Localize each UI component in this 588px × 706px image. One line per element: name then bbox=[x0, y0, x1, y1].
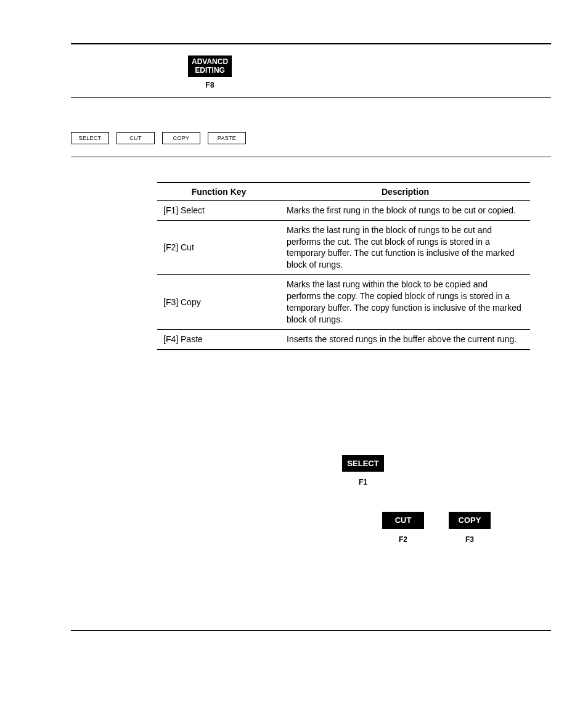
inline-copy-key: COPY F3 bbox=[449, 512, 491, 544]
cell-desc: Inserts the stored rungs in the buffer a… bbox=[280, 329, 530, 349]
advanced-editing-key: ADVANCD EDITING F8 bbox=[188, 55, 232, 89]
table-header-desc: Description bbox=[280, 183, 530, 201]
copy-button[interactable]: COPY bbox=[162, 132, 200, 144]
cell-fk: [F1] Select bbox=[157, 200, 280, 220]
copy-fn: F3 bbox=[449, 535, 491, 544]
inline-select-key: SELECT F1 bbox=[342, 455, 384, 487]
section-rule-1 bbox=[71, 97, 551, 98]
table-row: [F3] Copy Marks the last rung within the… bbox=[157, 275, 530, 330]
cell-desc: Marks the last rung in the block of rung… bbox=[280, 220, 530, 275]
cell-desc: Marks the last rung within the block to … bbox=[280, 275, 530, 330]
table-header-fk: Function Key bbox=[157, 183, 280, 201]
cut-button[interactable]: CUT bbox=[116, 132, 155, 144]
function-key-table: Function Key Description [F1] Select Mar… bbox=[157, 182, 530, 350]
table-row: [F1] Select Marks the first rung in the … bbox=[157, 200, 530, 220]
cell-fk: [F2] Cut bbox=[157, 220, 280, 275]
cell-desc: Marks the first rung in the block of run… bbox=[280, 200, 530, 220]
advanced-editing-fn: F8 bbox=[188, 81, 232, 89]
advanced-editing-badge: ADVANCD EDITING bbox=[188, 55, 232, 77]
select-button[interactable]: SELECT bbox=[71, 132, 109, 144]
table-row: [F2] Cut Marks the last rung in the bloc… bbox=[157, 220, 530, 275]
cut-fn: F2 bbox=[382, 535, 424, 544]
section-rule-2 bbox=[71, 157, 551, 157]
select-badge: SELECT bbox=[342, 455, 384, 472]
top-rule bbox=[71, 43, 551, 44]
cell-fk: [F4] Paste bbox=[157, 329, 280, 349]
badge-line2: EDITING bbox=[195, 66, 225, 75]
cut-badge: CUT bbox=[382, 512, 424, 529]
table-row: [F4] Paste Inserts the stored rungs in t… bbox=[157, 329, 530, 349]
badge-line1: ADVANCD bbox=[192, 57, 228, 66]
cell-fk: [F3] Copy bbox=[157, 275, 280, 330]
inline-cut-key: CUT F2 bbox=[382, 512, 424, 544]
paste-button[interactable]: PASTE bbox=[208, 132, 246, 144]
bottom-rule bbox=[71, 630, 551, 631]
select-fn: F1 bbox=[342, 478, 384, 486]
copy-badge: COPY bbox=[449, 512, 491, 529]
function-button-row: SELECT CUT COPY PASTE bbox=[71, 132, 551, 144]
